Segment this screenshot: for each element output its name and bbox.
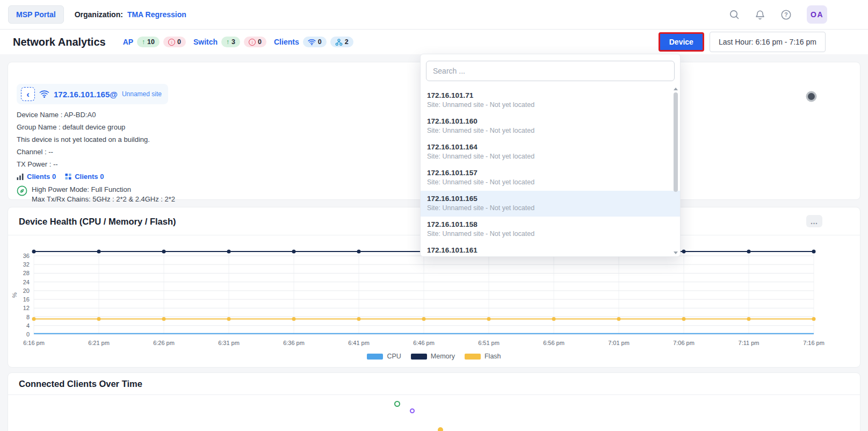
ap-up-badge: ↑ 10 xyxy=(137,37,160,47)
switch-up-count: 3 xyxy=(232,38,235,46)
ap-stats: AP ↑ 10 ↓ 0 xyxy=(123,37,186,47)
switch-down-count: 0 xyxy=(258,38,262,46)
map-pin-icon[interactable] xyxy=(808,93,815,100)
svg-text:6:21 pm: 6:21 pm xyxy=(88,340,110,346)
svg-text:6:36 pm: 6:36 pm xyxy=(283,340,305,346)
topbar: MSP Portal Organization: TMA Regression … xyxy=(0,0,868,30)
svg-text:7:01 pm: 7:01 pm xyxy=(608,340,630,346)
avatar[interactable]: OA xyxy=(807,5,827,24)
power-mode-row: High Power Mode: Full Function Max Tx/Rx… xyxy=(17,185,189,204)
clients-filter[interactable]: Clients xyxy=(274,38,299,46)
card-menu-button[interactable]: … xyxy=(806,215,822,227)
svg-text:?: ? xyxy=(784,11,787,18)
back-button[interactable]: ‹ xyxy=(21,87,35,101)
device-info-panel: ‹ 172.16.101.165@ Unnamed site Device Na… xyxy=(17,84,189,204)
device-site-link[interactable]: Unnamed site xyxy=(122,90,162,98)
connected-clients-title: Connected Clients Over Time xyxy=(19,378,142,390)
device-option[interactable]: 172.16.101.158Site: Unnamed site - Not y… xyxy=(421,217,680,242)
topbar-actions: ? OA xyxy=(729,5,827,24)
time-range-selector[interactable]: Last Hour: 6:16 pm - 7:16 pm xyxy=(710,32,826,52)
legend-swatch xyxy=(367,354,383,360)
scroll-up-icon[interactable] xyxy=(674,88,678,90)
organization: Organization: TMA Regression xyxy=(75,10,186,19)
wireless-clients-badge: 0 xyxy=(303,37,327,47)
msp-portal-button[interactable]: MSP Portal xyxy=(8,5,64,24)
location-note: This device is not yet located on a buil… xyxy=(17,135,189,143)
clients-24ghz-link[interactable]: Clients 0 xyxy=(75,173,104,181)
organization-label: Organization: xyxy=(75,10,123,19)
svg-text:12: 12 xyxy=(23,305,30,311)
help-icon[interactable]: ? xyxy=(780,9,792,20)
svg-text:4: 4 xyxy=(26,322,30,329)
device-option-site: Site: Unnamed site - Not yet located xyxy=(427,101,672,109)
notifications-bell-icon[interactable] xyxy=(755,9,765,20)
chart-loading-dot-yellow xyxy=(438,427,443,431)
svg-text:16: 16 xyxy=(23,296,30,303)
group-name: Group Name : default device group xyxy=(17,123,189,131)
device-option[interactable]: 172.16.101.71Site: Unnamed site - Not ye… xyxy=(421,88,680,113)
legend-item[interactable]: CPU xyxy=(367,353,401,360)
legend-item[interactable]: Memory xyxy=(411,353,455,360)
legend-swatch xyxy=(411,354,427,360)
svg-text:6:46 pm: 6:46 pm xyxy=(413,340,435,346)
svg-text:6:56 pm: 6:56 pm xyxy=(543,340,565,346)
search-icon[interactable] xyxy=(729,9,740,20)
eco-power-icon xyxy=(17,185,27,196)
organization-name-link[interactable]: TMA Regression xyxy=(127,10,186,19)
device-title[interactable]: 172.16.101.165@ xyxy=(54,90,118,99)
device-option-site: Site: Unnamed site - Not yet located xyxy=(427,204,672,212)
page-header: Network Analytics AP ↑ 10 ↓ 0 Switch ↑ 3… xyxy=(0,30,868,54)
device-option[interactable]: 172.16.101.164Site: Unnamed site - Not y… xyxy=(421,139,680,165)
device-option[interactable]: 172.16.101.161Site: Unnamed site - Not y… xyxy=(421,242,680,257)
device-option-name: 172.16.101.161 xyxy=(427,246,672,254)
dropdown-scrollbar[interactable] xyxy=(673,88,678,254)
svg-text:6:26 pm: 6:26 pm xyxy=(153,340,175,346)
clients-5ghz-link[interactable]: Clients 0 xyxy=(27,173,56,181)
device-option-name: 172.16.101.71 xyxy=(427,91,672,99)
svg-text:28: 28 xyxy=(23,270,30,276)
signal-bars-icon xyxy=(17,173,24,180)
connected-clients-header: Connected Clients Over Time xyxy=(8,373,860,395)
connected-clients-card: Connected Clients Over Time xyxy=(8,372,860,431)
header-controls: Device Last Hour: 6:16 pm - 7:16 pm xyxy=(659,32,826,52)
svg-text:24: 24 xyxy=(23,279,30,285)
radio-grid-icon xyxy=(64,173,72,180)
device-dropdown-panel: 172.16.101.71Site: Unnamed site - Not ye… xyxy=(420,54,681,257)
svg-text:8: 8 xyxy=(26,314,30,320)
wired-clients-count: 2 xyxy=(345,38,349,46)
device-option[interactable]: 172.16.101.157Site: Unnamed site - Not y… xyxy=(421,165,680,191)
wifi-icon xyxy=(308,39,316,46)
svg-text:6:41 pm: 6:41 pm xyxy=(348,340,370,346)
arrow-up-icon: ↑ xyxy=(226,38,229,46)
tx-power: TX Power : -- xyxy=(17,160,189,168)
svg-text:32: 32 xyxy=(23,261,30,268)
device-option[interactable]: 172.16.101.160Site: Unnamed site - Not y… xyxy=(421,113,680,139)
arrow-up-icon: ↑ xyxy=(142,38,145,46)
scroll-down-icon[interactable] xyxy=(674,252,678,254)
legend-label: Flash xyxy=(484,353,501,360)
device-selector-button[interactable]: Device xyxy=(659,32,704,52)
clients-stats: Clients 0 2 xyxy=(274,37,353,47)
svg-text:0: 0 xyxy=(26,331,30,337)
page-title: Network Analytics xyxy=(13,36,106,48)
device-health-chart: 048121620242832366:16 pm6:21 pm6:26 pm6:… xyxy=(11,246,847,349)
svg-text:7:11 pm: 7:11 pm xyxy=(739,340,760,346)
svg-text:36: 36 xyxy=(23,253,30,259)
device-search-input[interactable] xyxy=(426,61,675,81)
switch-filter[interactable]: Switch xyxy=(193,38,218,46)
wired-clients-icon xyxy=(335,39,343,46)
tx-rx-chains: Max Tx/Rx Chains: 5GHz : 2*2 & 2.4GHz : … xyxy=(32,195,175,204)
arrow-down-icon: ↓ xyxy=(168,39,175,46)
svg-text:6:16 pm: 6:16 pm xyxy=(23,340,45,346)
device-option[interactable]: 172.16.101.165Site: Unnamed site - Not y… xyxy=(421,191,680,217)
device-name: Device Name : AP-BD:A0 xyxy=(17,111,189,119)
svg-text:7:16 pm: 7:16 pm xyxy=(803,340,824,346)
ap-filter[interactable]: AP xyxy=(123,38,133,46)
device-option-site: Site: Unnamed site - Not yet located xyxy=(427,153,672,160)
device-option-name: 172.16.101.160 xyxy=(427,117,672,125)
switch-up-badge: ↑ 3 xyxy=(221,37,240,47)
scrollbar-thumb[interactable] xyxy=(674,92,678,192)
legend-item[interactable]: Flash xyxy=(465,353,501,360)
device-health-title: Device Health (CPU / Memory / Flash) xyxy=(19,216,176,227)
power-mode: High Power Mode: Full Function xyxy=(32,185,175,195)
